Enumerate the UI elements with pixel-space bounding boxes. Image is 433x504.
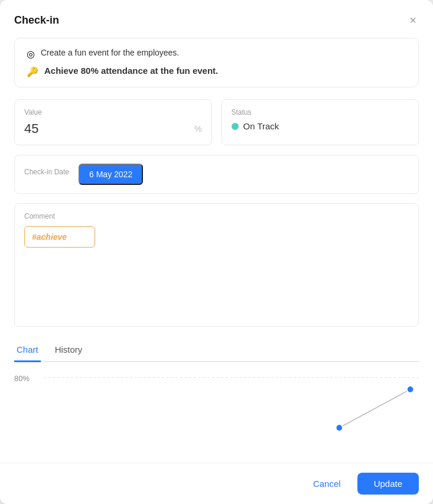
parent-goal-text: Create a fun event for the employees. — [41, 48, 179, 57]
svg-point-2 — [336, 424, 343, 431]
chart-area: 80% — [14, 362, 419, 463]
status-indicator — [232, 123, 239, 130]
chart-y-label: 80% — [14, 374, 30, 383]
value-display: 45 — [24, 121, 38, 136]
status-row: On Track — [232, 121, 409, 131]
chart-svg — [44, 372, 419, 448]
value-row: 45 % — [24, 121, 202, 136]
date-picker-button[interactable]: 6 May 2022 — [79, 164, 143, 185]
status-text: On Track — [243, 121, 279, 131]
checkin-modal: Check-in × ◎ Create a fun event for the … — [0, 0, 433, 504]
checkin-date-box: Check-in Date 6 May 2022 — [14, 155, 419, 194]
modal-title: Check-in — [14, 14, 59, 27]
modal-header: Check-in × — [0, 0, 433, 38]
checkin-date-label: Check-in Date — [24, 168, 69, 176]
status-label: Status — [232, 108, 409, 116]
status-field-box: Status On Track — [222, 99, 419, 145]
value-field-box: Value 45 % — [14, 99, 212, 145]
comment-label: Comment — [24, 212, 409, 220]
key-result-item: 🔑 Achieve 80% attendance at the fun even… — [27, 66, 406, 77]
update-button[interactable]: Update — [357, 473, 419, 495]
value-label: Value — [24, 108, 202, 116]
tabs-section: Chart History 80% — [14, 339, 419, 463]
svg-point-3 — [407, 386, 414, 393]
key-result-text: Achieve 80% attendance at the fun event. — [44, 66, 218, 76]
tab-history[interactable]: History — [53, 339, 85, 362]
tabs-row: Chart History — [14, 339, 419, 362]
parent-goal-item: ◎ Create a fun event for the employees. — [27, 48, 406, 60]
modal-footer: Cancel Update — [0, 463, 433, 504]
comment-input[interactable]: #achieve — [24, 226, 95, 248]
goal-card: ◎ Create a fun event for the employees. … — [14, 38, 419, 87]
fields-row: Value 45 % Status On Track — [14, 99, 419, 145]
comment-value: #achieve — [32, 232, 67, 242]
target-icon: ◎ — [27, 48, 35, 60]
svg-line-1 — [339, 389, 410, 428]
key-icon: 🔑 — [27, 66, 38, 77]
value-unit: % — [194, 124, 201, 134]
comment-box: Comment #achieve — [14, 203, 419, 327]
cancel-button[interactable]: Cancel — [304, 474, 350, 493]
close-button[interactable]: × — [407, 12, 419, 28]
tab-chart[interactable]: Chart — [14, 339, 41, 362]
modal-body: ◎ Create a fun event for the employees. … — [0, 38, 433, 463]
